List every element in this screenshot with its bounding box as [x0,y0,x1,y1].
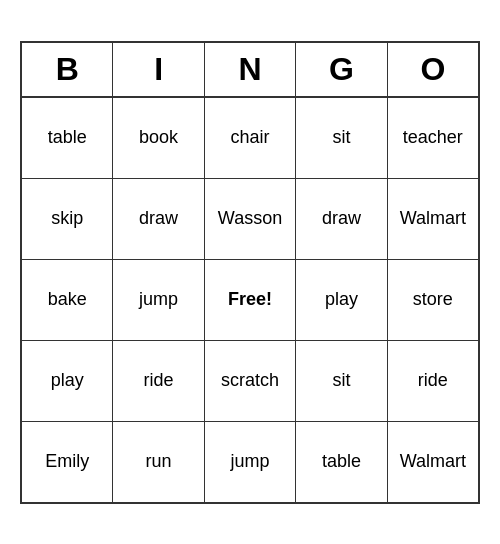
bingo-cell: scratch [205,341,296,421]
header-letter: G [296,43,387,96]
bingo-cell: ride [113,341,204,421]
bingo-cell: Wasson [205,179,296,259]
bingo-body: tablebookchairsitteacherskipdrawWassondr… [22,98,478,502]
bingo-cell: draw [113,179,204,259]
bingo-cell: teacher [388,98,478,178]
bingo-cell: sit [296,341,387,421]
bingo-card: BINGO tablebookchairsitteacherskipdrawWa… [20,41,480,504]
header-letter: O [388,43,478,96]
bingo-cell: bake [22,260,113,340]
bingo-cell: table [296,422,387,502]
bingo-row: bakejumpFree!playstore [22,260,478,341]
bingo-row: playridescratchsitride [22,341,478,422]
bingo-cell: jump [205,422,296,502]
bingo-row: EmilyrunjumptableWalmart [22,422,478,502]
bingo-header: BINGO [22,43,478,98]
bingo-cell: draw [296,179,387,259]
bingo-cell: book [113,98,204,178]
bingo-row: skipdrawWassondrawWalmart [22,179,478,260]
bingo-cell: skip [22,179,113,259]
bingo-cell: ride [388,341,478,421]
bingo-cell: play [296,260,387,340]
bingo-cell: run [113,422,204,502]
bingo-cell: Walmart [388,422,478,502]
bingo-row: tablebookchairsitteacher [22,98,478,179]
bingo-cell: chair [205,98,296,178]
bingo-cell: table [22,98,113,178]
header-letter: B [22,43,113,96]
bingo-cell: store [388,260,478,340]
bingo-cell: sit [296,98,387,178]
bingo-cell: play [22,341,113,421]
bingo-cell: Emily [22,422,113,502]
bingo-cell: Walmart [388,179,478,259]
header-letter: I [113,43,204,96]
header-letter: N [205,43,296,96]
bingo-cell: Free! [205,260,296,340]
bingo-cell: jump [113,260,204,340]
